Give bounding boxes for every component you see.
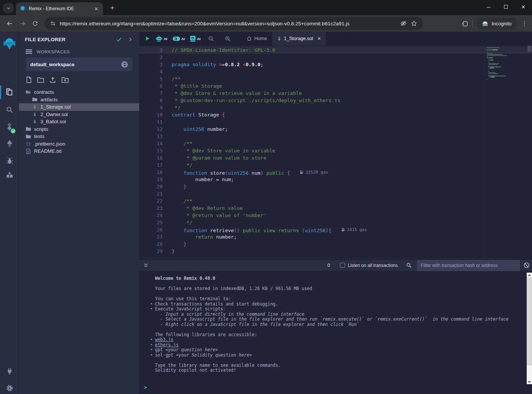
- new-file-icon[interactable]: [26, 76, 32, 83]
- back-button[interactable]: [3, 17, 16, 30]
- terminal-line: - Select a Javascript file in the file e…: [139, 317, 532, 322]
- sidebar-item-solidity-compiler[interactable]: [0, 119, 19, 134]
- terminal-link-web3.js[interactable]: web3.js: [155, 337, 173, 342]
- code-editor[interactable]: 1// SPDX-License-Identifier: GPL-3.023pr…: [139, 45, 532, 259]
- bullet: •: [150, 347, 153, 353]
- line-number: 21: [139, 190, 163, 197]
- code-line-3: 3pragma solidity >=0.8.2 <0.9.0;: [139, 61, 532, 68]
- zoom-in-button[interactable]: [225, 36, 231, 42]
- tree-item-.prettierrc.json[interactable]: {}.prettierrc.json: [19, 140, 139, 148]
- terminal[interactable]: Welcome to Remix 0.48.0Your files are st…: [139, 271, 532, 394]
- panel-chevron-right-icon[interactable]: [127, 37, 133, 42]
- tree-item-label: 3_Ballot.sol: [40, 119, 66, 124]
- terminal-prompt[interactable]: >: [144, 385, 147, 390]
- code-line-19: 19 number = num;: [139, 176, 532, 183]
- ethereum-deploy-icon: [6, 140, 14, 148]
- sidebar-item-file-explorer[interactable]: [0, 85, 19, 100]
- editor-scrollbar[interactable]: [527, 45, 532, 259]
- line-number: 15: [139, 147, 163, 154]
- tab-close-icon[interactable]: ✕: [317, 36, 321, 41]
- terminal-line: - Right click on a JavaScript file in th…: [139, 322, 532, 327]
- tree-item-scripts[interactable]: scripts: [19, 126, 139, 133]
- remix-logo[interactable]: [0, 36, 19, 52]
- bookmark-star-icon[interactable]: [411, 20, 417, 27]
- ai-docs-button[interactable]: AI: [190, 36, 201, 42]
- tab-home[interactable]: Home: [242, 32, 272, 45]
- terminal-line: [139, 327, 532, 332]
- terminal-collapse-icon[interactable]: [143, 263, 149, 268]
- terminal-search-icon[interactable]: [406, 262, 412, 268]
- accept-check-icon[interactable]: [116, 36, 122, 43]
- tree-item-contracts[interactable]: contracts: [19, 88, 139, 96]
- bullet: •: [150, 307, 153, 312]
- window-maximize-button[interactable]: [497, 0, 515, 14]
- reload-button[interactable]: [29, 17, 42, 30]
- scroll-down-arrow-icon[interactable]: [527, 380, 532, 384]
- line-number: 27: [139, 233, 163, 240]
- sidebar-item-settings[interactable]: [0, 380, 19, 394]
- address-bar[interactable]: https://remix.ethereum.org/#lang=en&opti…: [45, 17, 423, 30]
- bullet: •: [150, 353, 153, 358]
- icon-rail: [0, 32, 19, 394]
- clear-listen-ban-icon[interactable]: [523, 262, 530, 268]
- workspace-caret-icon: [121, 61, 128, 68]
- transaction-count: 0: [327, 262, 330, 268]
- sidebar-item-plugin-manager[interactable]: [0, 364, 19, 379]
- sidebar-item-deploy-run[interactable]: [0, 136, 19, 151]
- new-tab-button[interactable]: +: [107, 3, 117, 13]
- hamburger-menu-icon[interactable]: [26, 49, 32, 54]
- tree-item-artifacts[interactable]: artifacts: [19, 96, 139, 104]
- tree-item-1_Storage.sol[interactable]: 1_Storage.sol: [19, 103, 139, 111]
- extensions-icon[interactable]: [461, 20, 468, 27]
- editor-minimap[interactable]: [484, 47, 527, 259]
- eye-off-icon[interactable]: [400, 20, 407, 27]
- window-close-button[interactable]: ✕: [515, 0, 532, 14]
- line-number: 16: [139, 154, 163, 161]
- upload-file-icon[interactable]: [49, 76, 56, 83]
- line-number: 12: [139, 126, 163, 133]
- tree-item-3_Ballot.sol[interactable]: 3_Ballot.sol: [19, 118, 139, 126]
- tree-item-README.txt[interactable]: README.txt: [19, 147, 139, 155]
- browser-tabstrip: Remix - Ethereum IDE ✕ + ─ ✕: [0, 0, 532, 15]
- terminal-scrollbar[interactable]: [527, 273, 532, 384]
- sidebar-item-search[interactable]: [0, 102, 19, 117]
- line-number: 20: [139, 183, 163, 190]
- scroll-up-arrow-icon[interactable]: [527, 273, 532, 277]
- reload-icon: [32, 20, 38, 26]
- transaction-filter-input[interactable]: [417, 260, 520, 271]
- terminal-line: •ethers.js: [139, 343, 532, 348]
- tree-item-2_Owner.sol[interactable]: 2_Owner.sol: [19, 111, 139, 118]
- ai-toggle-button[interactable]: AI: [172, 36, 185, 42]
- ai-label: AI: [164, 37, 168, 41]
- run-script-button[interactable]: [144, 36, 150, 42]
- window-minimize-button[interactable]: ─: [480, 0, 497, 14]
- line-number: 5: [139, 75, 163, 82]
- terminal-link-ethers.js[interactable]: ethers.js: [155, 342, 178, 347]
- tree-item-label: README.txt: [34, 148, 62, 154]
- forward-button[interactable]: [16, 17, 29, 30]
- terminal-line: •Check transactions details and start de…: [139, 302, 532, 307]
- check-icon: [12, 130, 15, 133]
- remix-app: FILE EXPLORER WORKSPACES default_workspa…: [0, 32, 532, 394]
- folder-icon: [32, 97, 37, 102]
- listen-all-checkbox[interactable]: [340, 263, 345, 268]
- solidity-icon: [32, 112, 37, 117]
- sidebar-item-learneth[interactable]: [0, 168, 19, 183]
- workspace-select[interactable]: default_workspace: [26, 57, 132, 71]
- tree-item-tests[interactable]: tests: [19, 133, 139, 140]
- new-folder-icon[interactable]: [37, 76, 44, 83]
- tab-search-button[interactable]: [3, 3, 14, 13]
- folder-icon: [26, 134, 31, 139]
- sidebar-item-debugger[interactable]: [0, 153, 19, 168]
- upload-folder-icon[interactable]: [61, 76, 69, 83]
- tab-title: Remix - Ethereum IDE: [29, 6, 90, 11]
- ai-copilot-button[interactable]: AI: [155, 36, 168, 42]
- scrollbar-thumb[interactable]: [527, 278, 532, 365]
- browser-menu-button[interactable]: ⋮: [521, 20, 528, 27]
- tab-close-icon[interactable]: ✕: [93, 6, 99, 12]
- terminal-line: You can use this terminal to:: [139, 296, 532, 302]
- gas-estimate-badge: 2415 gas: [341, 226, 367, 233]
- browser-tab[interactable]: Remix - Ethereum IDE ✕: [16, 2, 103, 15]
- tab-storage-sol[interactable]: 1_Storage.sol ✕: [272, 32, 326, 45]
- zoom-out-button[interactable]: [208, 36, 214, 42]
